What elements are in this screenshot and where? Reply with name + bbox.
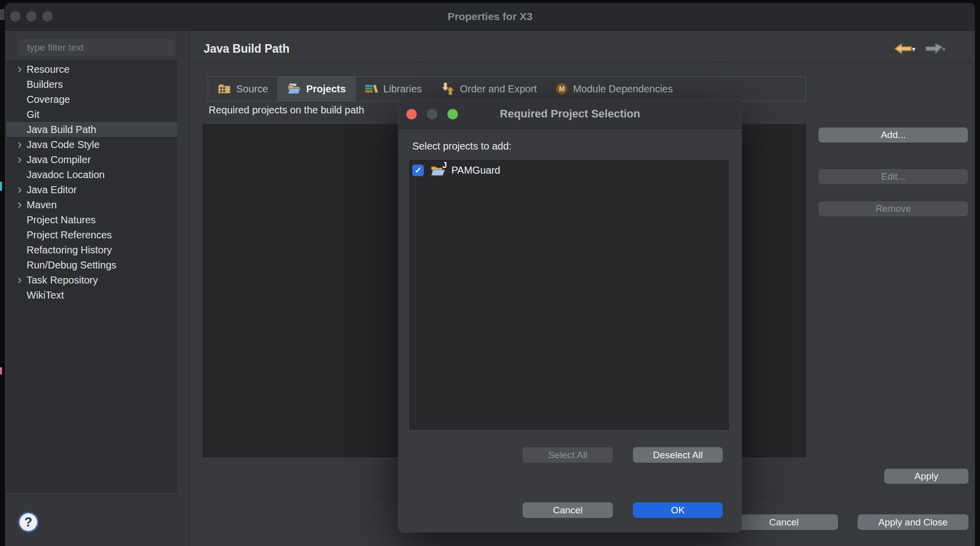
- window-title: Properties for X3: [5, 3, 975, 30]
- sidebar-item-label: Refactoring History: [27, 244, 112, 256]
- java-project-icon: J: [430, 164, 446, 177]
- tab-label: Libraries: [383, 83, 422, 95]
- sidebar-item-project-references[interactable]: Project References: [7, 227, 177, 242]
- required-project-selection-dialog: Required Project Selection Select projec…: [398, 99, 742, 532]
- deselect-all-button[interactable]: Deselect All: [633, 447, 723, 463]
- header-divider: [190, 62, 975, 63]
- forward-arrow-button[interactable]: [924, 42, 943, 58]
- sidebar: ›ResourceBuildersCoverageGitJava Build P…: [5, 31, 189, 546]
- sidebar-item-task-repository[interactable]: ›Task Repository: [7, 272, 177, 288]
- sidebar-item-run-debug-settings[interactable]: Run/Debug Settings: [7, 257, 177, 272]
- project-selection-list[interactable]: ✓JPAMGuard: [409, 160, 729, 430]
- sidebar-item-label: Run/Debug Settings: [27, 259, 116, 271]
- sidebar-item-label: Java Compiler: [27, 154, 91, 166]
- sidebar-item-wikitext[interactable]: WikiText: [7, 288, 177, 303]
- dialog-titlebar: Required Project Selection: [398, 99, 742, 129]
- tab-projects[interactable]: Projects: [278, 76, 356, 101]
- chevron-spacer: [13, 234, 27, 236]
- tab-source[interactable]: Source: [208, 76, 278, 101]
- forward-history-caret[interactable]: ▾: [942, 45, 946, 54]
- tab-order-and-export[interactable]: Order and Export: [441, 82, 537, 95]
- chevron-right-icon[interactable]: ›: [13, 273, 27, 288]
- chevron-spacer: [13, 295, 27, 296]
- dialog-ok-button[interactable]: OK: [633, 502, 723, 518]
- chevron-spacer: [13, 174, 27, 176]
- tab-bar: SourceProjectsLibrariesOrder and ExportM…: [208, 76, 806, 101]
- apply-button[interactable]: Apply: [884, 469, 968, 484]
- sidebar-item-label: Task Repository: [27, 275, 98, 286]
- java-badge-glyph: J: [442, 161, 447, 170]
- back-history-caret[interactable]: ▾: [912, 45, 916, 54]
- select-all-button[interactable]: Select All: [523, 447, 613, 463]
- source-package-icon: [218, 83, 231, 94]
- background-teal-sliver: [0, 182, 2, 191]
- chevron-right-icon[interactable]: ›: [13, 153, 27, 167]
- sidebar-item-refactoring-history[interactable]: Refactoring History: [7, 242, 177, 257]
- tab-label: Source: [236, 83, 268, 95]
- sidebar-item-java-editor[interactable]: ›Java Editor: [7, 182, 177, 197]
- sidebar-item-label: Project Natures: [27, 214, 96, 226]
- tab-bar-rest: LibrariesOrder and ExportMModule Depende…: [356, 76, 806, 101]
- tab-module-dependencies[interactable]: MModule Dependencies: [556, 83, 673, 95]
- project-checkbox[interactable]: ✓: [412, 165, 424, 176]
- tab-label: Order and Export: [460, 83, 537, 95]
- sidebar-item-label: Resource: [27, 64, 70, 75]
- chevron-right-icon[interactable]: ›: [13, 138, 27, 152]
- screen: Properties for X3 ›ResourceBuildersCover…: [0, 0, 980, 546]
- help-icon[interactable]: ?: [18, 512, 39, 532]
- tab-libraries[interactable]: Libraries: [365, 83, 422, 95]
- remove-button[interactable]: Remove: [819, 201, 968, 216]
- background-window-sliver: [0, 9, 5, 20]
- sidebar-item-resource[interactable]: ›Resource: [7, 62, 177, 77]
- cancel-button[interactable]: Cancel: [730, 514, 838, 530]
- chevron-spacer: [13, 219, 27, 221]
- chevron-spacer: [13, 129, 27, 130]
- sidebar-item-java-code-style[interactable]: ›Java Code Style: [7, 137, 177, 152]
- module-dependencies-icon: M: [556, 83, 568, 95]
- sidebar-item-java-compiler[interactable]: ›Java Compiler: [7, 152, 177, 167]
- libraries-books-icon: [365, 83, 378, 94]
- required-projects-caption: Required projects on the build path: [209, 104, 364, 116]
- apply-and-close-button[interactable]: Apply and Close: [858, 514, 968, 530]
- sidebar-item-label: Java Build Path: [27, 124, 96, 135]
- sidebar-item-label: Java Editor: [27, 184, 77, 196]
- sidebar-item-git[interactable]: Git: [7, 107, 177, 122]
- page-title: Java Build Path: [204, 42, 289, 56]
- chevron-spacer: [13, 99, 27, 100]
- dialog-cancel-button[interactable]: Cancel: [523, 502, 613, 518]
- sidebar-item-builders[interactable]: Builders: [7, 77, 177, 92]
- tab-label: Projects: [306, 83, 346, 95]
- back-arrow-button[interactable]: [894, 42, 913, 58]
- sidebar-item-javadoc-location[interactable]: Javadoc Location: [7, 167, 177, 182]
- chevron-right-icon[interactable]: ›: [13, 198, 27, 212]
- sidebar-item-label: Coverage: [27, 94, 70, 105]
- projects-folder-icon: [287, 83, 301, 94]
- chevron-right-icon[interactable]: ›: [13, 183, 27, 197]
- sidebar-item-coverage[interactable]: Coverage: [7, 92, 177, 107]
- sidebar-item-label: Project References: [27, 229, 112, 241]
- chevron-spacer: [13, 84, 27, 85]
- module-m-glyph: M: [556, 83, 568, 95]
- sidebar-item-label: Java Code Style: [27, 139, 100, 151]
- filter-input[interactable]: [19, 39, 175, 56]
- edit-button[interactable]: Edit...: [819, 169, 968, 184]
- sidebar-item-java-build-path[interactable]: Java Build Path: [7, 122, 177, 137]
- chevron-right-icon[interactable]: ›: [13, 62, 27, 77]
- project-name: PAMGuard: [451, 165, 500, 176]
- tab-label: Module Dependencies: [573, 83, 673, 95]
- sidebar-item-project-natures[interactable]: Project Natures: [7, 212, 177, 227]
- order-export-arrows-icon: [441, 82, 455, 95]
- sidebar-item-label: WikiText: [27, 290, 64, 301]
- add-button[interactable]: Add...: [819, 127, 968, 143]
- sidebar-item-maven[interactable]: ›Maven: [7, 197, 177, 212]
- sidebar-item-label: Maven: [27, 199, 57, 211]
- sidebar-item-label: Javadoc Location: [27, 169, 105, 181]
- dialog-title: Required Project Selection: [398, 99, 742, 128]
- window-titlebar: Properties for X3: [5, 3, 975, 31]
- project-row[interactable]: ✓JPAMGuard: [410, 161, 728, 177]
- sidebar-item-label: Builders: [27, 79, 63, 90]
- background-pink-sliver: [0, 367, 2, 374]
- sidebar-item-label: Git: [27, 109, 40, 120]
- chevron-spacer: [13, 249, 27, 251]
- sidebar-tree: ›ResourceBuildersCoverageGitJava Build P…: [7, 60, 177, 493]
